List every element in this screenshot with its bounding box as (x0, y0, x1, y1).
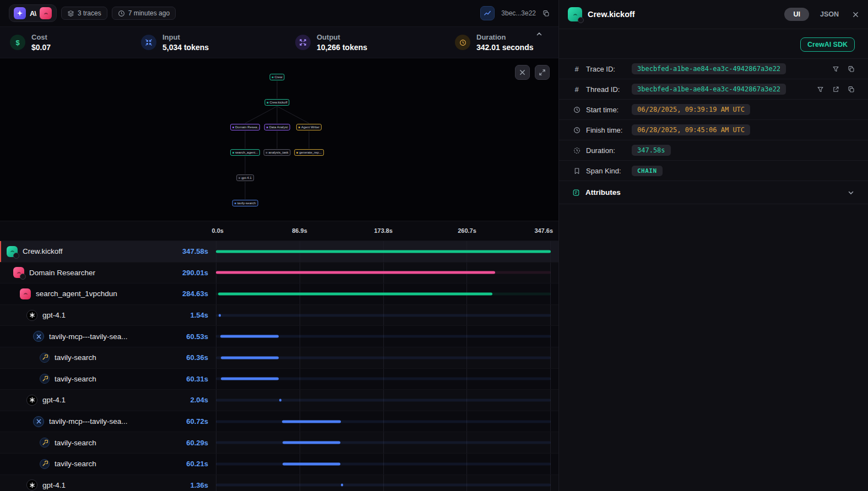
span-row-name: tavily-mcp---tavily-sea...60.72s (0, 416, 216, 427)
span-row[interactable]: search_agent_1vpchdun284.63s (0, 283, 558, 305)
external-icon[interactable] (832, 86, 839, 93)
attributes-section[interactable]: Attributes (559, 181, 868, 204)
span-row-name: gpt-4.11.36s (0, 479, 216, 490)
graph-node[interactable]: gpt-4.1 (236, 174, 254, 181)
span-row[interactable]: tavily-search60.31s (0, 369, 558, 390)
span-duration: 290.01s (182, 269, 216, 277)
copy-trace-id-icon[interactable] (542, 10, 550, 17)
span-duration: 1.54s (190, 311, 216, 319)
field-value: 347.58s (632, 145, 671, 156)
hash-icon: # (572, 65, 581, 73)
trace-main-panel: A\ 3 traces 7 minutes ago 3bec...3e22 $C… (0, 0, 559, 491)
span-row[interactable]: tavily-mcp---tavily-sea...60.72s (0, 411, 558, 433)
detail-field-duration: Duration:347.58s (559, 140, 868, 161)
span-row[interactable]: tavily-search60.21s (0, 454, 558, 475)
dollar-icon: $ (10, 35, 25, 50)
sdk-badge-row: CrewAI SDK (559, 29, 868, 58)
close-panel-icon[interactable] (852, 11, 859, 18)
stat-label: Duration (476, 33, 534, 41)
stat-text: Output10,266 tokens (317, 33, 367, 52)
stat-text: Duration342.01 seconds (476, 33, 534, 52)
span-timeline-track (216, 283, 551, 304)
attributes-icon (572, 189, 580, 197)
collapse-stats-button[interactable] (535, 30, 543, 38)
bookmark-icon (572, 167, 581, 174)
span-duration: 60.21s (186, 460, 216, 468)
span-timeline-track (216, 454, 551, 474)
graph-node[interactable]: Data Analyst (264, 124, 290, 130)
span-name: tavily-search (55, 375, 181, 383)
span-details-panel: Crew.kickoff UI JSON CrewAI SDK #Trace I… (559, 0, 868, 491)
span-bar (216, 250, 551, 253)
filter-icon[interactable] (817, 86, 824, 93)
view-toggle-ui[interactable]: UI (784, 8, 809, 21)
detail-field-finish-time: Finish time:06/28/2025, 09:45:06 AM UTC (559, 120, 868, 140)
layers-icon (67, 10, 74, 17)
crewai-logo-icon (40, 7, 52, 19)
stat-output: Output10,266 tokens (295, 33, 455, 52)
chart-icon (484, 9, 491, 17)
span-row[interactable]: gpt-4.11.54s (0, 305, 558, 326)
copy-icon[interactable] (848, 86, 855, 93)
span-row[interactable]: gpt-4.12.04s (0, 390, 558, 411)
span-row[interactable]: tavily-mcp---tavily-sea...60.53s (0, 326, 558, 347)
span-row[interactable]: tavily-search60.29s (0, 432, 558, 454)
span-duration: 60.36s (186, 353, 216, 362)
traces-count-badge[interactable]: 3 traces (61, 7, 107, 20)
stat-text: Input5,034 tokens (162, 33, 209, 52)
filter-icon[interactable] (832, 66, 839, 73)
field-label: Start time: (586, 106, 627, 114)
stat-cost: $Cost$0.07 (10, 33, 141, 52)
span-duration: 60.31s (186, 375, 216, 383)
graph-node[interactable]: Domain Resea... (230, 124, 260, 130)
timeline-header: 0.0s86.9s173.8s260.7s347.6s (0, 221, 558, 241)
span-row[interactable]: gpt-4.11.36s (0, 475, 558, 491)
details-title: Crew.kickoff (588, 10, 779, 19)
graph-node[interactable]: search_agent... (230, 149, 260, 156)
field-value: 3becbfed-a1be-ae84-ea3c-4942867a3e22 (632, 84, 786, 95)
span-timeline-track (216, 263, 551, 283)
graph-node[interactable]: generate_rep... (294, 149, 324, 156)
timeline-tick: 173.8s (374, 227, 393, 234)
clockDashed-icon (572, 147, 581, 154)
graph-node[interactable]: Crew (269, 74, 284, 80)
copy-icon[interactable] (848, 66, 855, 73)
graph-node[interactable]: Crew.kickoff (264, 99, 289, 106)
metrics-chart-button[interactable] (480, 6, 495, 20)
field-label: Thread ID: (586, 85, 627, 94)
span-row[interactable]: Domain Researcher290.01s (0, 263, 558, 284)
span-track-bg (216, 420, 551, 423)
stat-label: Input (162, 33, 209, 41)
node-dot (299, 127, 300, 128)
span-row[interactable]: tavily-search60.36s (0, 347, 558, 369)
field-label: Trace ID: (586, 65, 627, 73)
span-row-name: tavily-search60.31s (0, 374, 216, 384)
view-toggle-json[interactable]: JSON (820, 10, 839, 18)
graph-close-button[interactable] (515, 65, 530, 80)
span-name: tavily-search (55, 460, 181, 468)
graph-node[interactable]: analysis_task (263, 149, 290, 156)
span-row[interactable]: Crew.kickoff347.58s (0, 241, 558, 263)
field-value: 3becbfed-a1be-ae84-ea3c-4942867a3e22 (632, 63, 786, 74)
span-bar (219, 314, 221, 317)
detail-fields: #Trace ID:3becbfed-a1be-ae84-ea3c-494286… (559, 58, 868, 181)
span-bar (218, 292, 492, 295)
wrench-icon (40, 438, 50, 448)
field-actions (832, 66, 855, 73)
graph-fullscreen-button[interactable] (535, 65, 550, 80)
stat-value: 5,034 tokens (162, 43, 209, 52)
span-track-bg (216, 441, 551, 444)
node-dot (267, 127, 268, 128)
node-dot (232, 127, 234, 128)
expandArrows-icon (295, 35, 311, 50)
field-label: Span Kind: (586, 167, 627, 175)
graph-node-label: generate_rep... (299, 151, 322, 154)
span-rows: Crew.kickoff347.58sDomain Researcher290.… (0, 241, 558, 491)
graph-node[interactable]: Agent Writer (296, 124, 322, 130)
graph-node-label: Agent Writer (301, 126, 319, 129)
span-bar (283, 462, 340, 465)
span-name: tavily-search (55, 353, 181, 362)
graph-node-label: analysis_task (268, 151, 288, 154)
wrench-icon (40, 459, 50, 469)
graph-node[interactable]: tavily-search (232, 200, 258, 206)
